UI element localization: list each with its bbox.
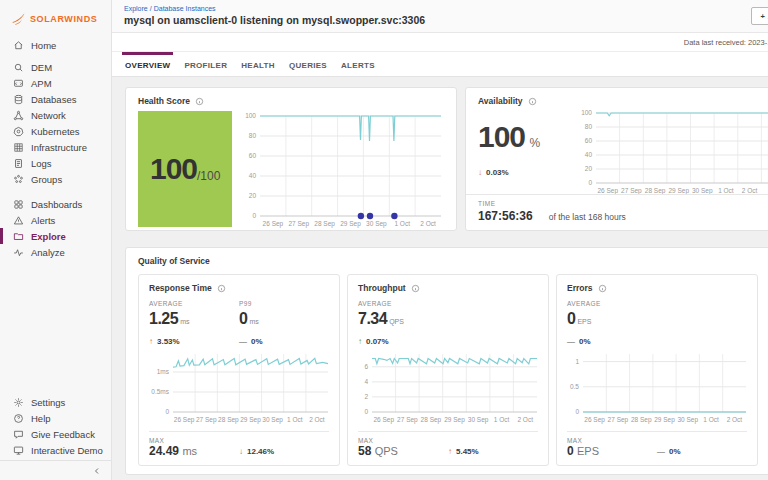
max-delta: ↑ 5.45%	[448, 447, 538, 458]
tab-profiler[interactable]: PROFILER	[184, 52, 227, 76]
svg-text:26 Sep: 26 Sep	[263, 220, 284, 228]
max-value: 0 EPS	[567, 444, 657, 458]
page-title: mysql on uamsclient-0 listening on mysql…	[124, 14, 425, 26]
sidebar-collapse-button[interactable]	[0, 460, 111, 480]
average-value: 1.25ms	[149, 310, 239, 328]
svg-text:26 Sep: 26 Sep	[584, 416, 605, 424]
tab-queries[interactable]: QUERIES	[289, 52, 327, 76]
max-label: MAX	[567, 437, 657, 444]
svg-text:0.5: 0.5	[570, 383, 579, 390]
svg-text:29 Sep: 29 Sep	[341, 220, 362, 228]
svg-text:80: 80	[585, 123, 593, 130]
svg-text:2 Oct: 2 Oct	[727, 416, 743, 423]
sidebar-item-alerts[interactable]: Alerts	[0, 212, 111, 228]
svg-text:27 Sep: 27 Sep	[397, 416, 418, 424]
feedback-bubble-icon	[13, 429, 24, 440]
sidebar-item-network[interactable]: Network	[0, 107, 111, 123]
svg-text:28 Sep: 28 Sep	[421, 416, 442, 424]
page-header: Explore/Database Instances mysql on uams…	[112, 0, 768, 33]
sidebar-item-logs[interactable]: Logs	[0, 155, 111, 171]
info-icon[interactable]	[195, 97, 204, 106]
response-time-chart: 00.5ms1ms26 Sep27 Sep28 Sep29 Sep30 Sep1…	[149, 349, 331, 425]
svg-text:27 Sep: 27 Sep	[289, 220, 310, 228]
availability-value-row: 100 %	[478, 120, 576, 154]
sidebar-item-explore[interactable]: Explore	[0, 228, 111, 244]
availability-unit: %	[530, 136, 541, 150]
sidebar-footer: Settings Help Give Feedback Interactive …	[0, 394, 111, 458]
availability-title: Availability	[478, 96, 523, 106]
breadcrumb: Explore/Database Instances	[124, 5, 216, 12]
svg-text:40: 40	[249, 172, 257, 179]
home-icon	[13, 40, 24, 51]
monitor-icon	[13, 445, 24, 456]
health-score-title: Health Score	[138, 96, 190, 106]
average-value: 7.34QPS	[358, 310, 448, 328]
info-icon[interactable]	[411, 284, 420, 293]
svg-text:27 Sep: 27 Sep	[608, 416, 629, 424]
max-label: MAX	[358, 437, 448, 444]
tab-alerts[interactable]: ALERTS	[341, 52, 375, 76]
svg-text:40: 40	[585, 151, 593, 158]
sidebar-item-interactive-demo[interactable]: Interactive Demo	[0, 442, 111, 458]
network-icon	[13, 110, 24, 121]
kubernetes-icon	[13, 126, 24, 137]
add-database-button[interactable]: + ADD DA	[751, 7, 768, 25]
sidebar-item-analyze[interactable]: Analyze	[0, 244, 111, 260]
availability-chart: 02040608010026 Sep27 Sep28 Sep29 Sep30 S…	[576, 108, 768, 196]
trend-flat-icon: —	[239, 337, 247, 346]
tab-health[interactable]: HEALTH	[241, 52, 275, 76]
p99-delta: — 0%	[239, 337, 329, 346]
sidebar-item-give-feedback[interactable]: Give Feedback	[0, 426, 111, 442]
sidebar-item-dem[interactable]: DEM	[0, 59, 111, 75]
svg-text:100: 100	[581, 109, 592, 116]
sidebar-item-dashboards[interactable]: Dashboards	[0, 196, 111, 212]
svg-text:2: 2	[364, 393, 368, 400]
breadcrumb-database-instances[interactable]: Database Instances	[154, 5, 216, 12]
sidebar-item-home[interactable]: Home	[0, 37, 111, 53]
info-icon[interactable]	[598, 284, 607, 293]
breadcrumb-explore[interactable]: Explore	[124, 5, 148, 12]
health-score-denominator: /100	[197, 169, 220, 183]
uptime-value: 167:56:36	[478, 209, 533, 223]
availability-value: 100	[478, 120, 525, 153]
sidebar-item-help[interactable]: Help	[0, 410, 111, 426]
sidebar-item-infrastructure[interactable]: Infrastructure	[0, 139, 111, 155]
errors-chart: 00.5126 Sep27 Sep28 Sep29 Sep30 Sep1 Oct…	[567, 349, 749, 425]
info-icon[interactable]	[217, 284, 226, 293]
tab-overview[interactable]: OVERVIEW	[125, 52, 170, 76]
sidebar-item-databases[interactable]: Databases	[0, 91, 111, 107]
svg-text:80: 80	[249, 132, 257, 139]
data-last-received: Data last received: 2023-10-	[684, 38, 768, 47]
sidebar-item-apm[interactable]: APM	[0, 75, 111, 91]
chevron-left-icon	[92, 466, 102, 476]
uptime-suffix: of the last 168 hours	[549, 212, 626, 222]
unit-label: QPS	[389, 318, 404, 325]
max-delta: — 0%	[657, 447, 747, 458]
analyze-icon	[13, 247, 24, 258]
p99-value: 0ms	[239, 310, 329, 328]
status-bar: Data last received: 2023-10-	[112, 33, 768, 52]
brand-name: SOLARWINDS	[30, 14, 97, 24]
apm-icon	[13, 78, 24, 89]
sidebar-item-kubernetes[interactable]: Kubernetes	[0, 123, 111, 139]
sidebar-item-groups[interactable]: Groups	[0, 171, 111, 187]
svg-text:2 Oct: 2 Oct	[517, 416, 533, 423]
sidebar-item-settings[interactable]: Settings	[0, 394, 111, 410]
max-label: MAX	[149, 437, 239, 444]
svg-text:29 Sep: 29 Sep	[444, 416, 465, 424]
tab-bar: OVERVIEW PROFILER HEALTH QUERIES ALERTS	[112, 52, 768, 77]
response-time-card: Response Time AVERAGE 1.25ms P99 0ms	[138, 274, 340, 466]
time-label: TIME	[478, 200, 768, 207]
sidebar: SOLARWINDS Home DEM APM Databases Networ…	[0, 0, 112, 480]
unit-label: EPS	[577, 318, 591, 325]
throughput-title: Throughput	[358, 283, 406, 293]
svg-text:30 Sep: 30 Sep	[677, 416, 698, 424]
svg-text:1 Oct: 1 Oct	[718, 187, 734, 194]
svg-text:1 Oct: 1 Oct	[494, 416, 510, 423]
info-icon[interactable]	[528, 97, 537, 106]
trend-up-icon: ↑	[358, 337, 362, 346]
svg-text:1ms: 1ms	[157, 368, 170, 375]
svg-text:30 Sep: 30 Sep	[468, 416, 489, 424]
trend-flat-icon: —	[657, 447, 665, 456]
svg-text:2 Oct: 2 Oct	[309, 416, 325, 423]
